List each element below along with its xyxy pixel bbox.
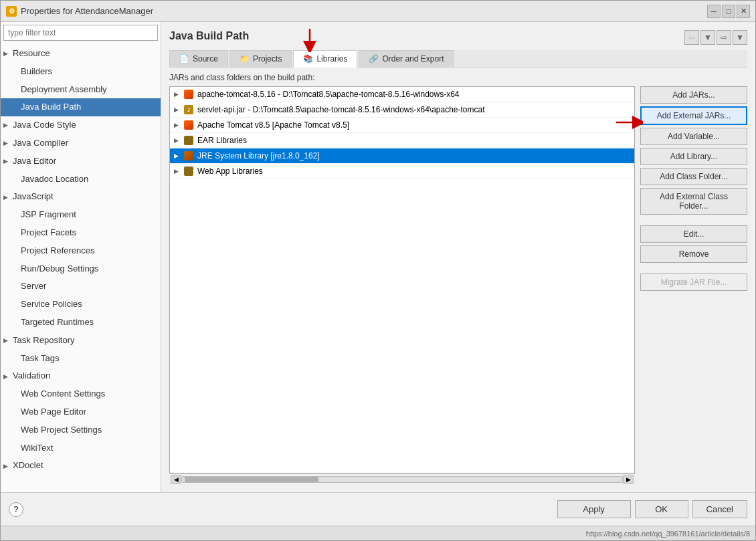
content-area: Java Build Path ⇦ ▼ ⇨ ▼ bbox=[161, 22, 755, 492]
horizontal-scrollbar[interactable]: ◀ ▶ bbox=[169, 473, 635, 484]
tab-projects-icon: 📁 bbox=[240, 54, 250, 64]
sidebar-item-targeted-runtimes[interactable]: Targeted Runtimes bbox=[1, 314, 161, 332]
sidebar-item-label: Task Tags bbox=[21, 352, 60, 366]
sidebar-item-server[interactable]: Server bbox=[1, 278, 161, 296]
jar-chevron-icon: ▶ bbox=[174, 168, 181, 175]
maximize-button[interactable]: □ bbox=[722, 5, 735, 18]
nav-back-button[interactable]: ⇦ bbox=[684, 30, 699, 45]
main-area: ▶ Resource Builders Deployment Assembly … bbox=[1, 22, 755, 492]
sidebar-item-service-policies[interactable]: Service Policies bbox=[1, 296, 161, 314]
sidebar-item-task-repository[interactable]: ▶ Task Repository bbox=[1, 332, 161, 350]
status-url: https://blog.csdn.net/qq_39678161/articl… bbox=[586, 530, 750, 538]
sidebar-item-label: Project References bbox=[21, 244, 95, 258]
tab-source[interactable]: 📄 Source bbox=[169, 50, 228, 67]
jar-chevron-icon: ▶ bbox=[174, 152, 181, 159]
tab-order-export[interactable]: 🔗 Order and Export bbox=[359, 50, 454, 67]
jar-ear-icon bbox=[183, 135, 194, 146]
tab-source-icon: 📄 bbox=[179, 54, 189, 64]
add-class-folder-button[interactable]: Add Class Folder... bbox=[640, 168, 747, 185]
jars-container: ▶ apache-tomcat-8.5.16 - D:\Tomcat8.5\ap… bbox=[169, 86, 635, 484]
jar-chevron-icon: ▶ bbox=[174, 122, 181, 128]
close-button[interactable]: ✕ bbox=[737, 5, 750, 18]
sidebar-list: ▶ Resource Builders Deployment Assembly … bbox=[1, 43, 161, 492]
sidebar-item-javadoc-location[interactable]: Javadoc Location bbox=[1, 171, 161, 189]
sidebar-item-web-page-editor[interactable]: Web Page Editor bbox=[1, 403, 161, 421]
ok-button[interactable]: OK bbox=[635, 500, 688, 518]
main-window: ⚙ Properties for AttendanceManager ─ □ ✕… bbox=[0, 0, 756, 541]
sidebar-item-label: Server bbox=[21, 280, 46, 294]
jar-item-apache-tomcat-lib[interactable]: ▶ Apache Tomcat v8.5 [Apache Tomcat v8.5… bbox=[170, 118, 634, 133]
sidebar-item-resource[interactable]: ▶ Resource bbox=[1, 45, 161, 63]
jar-item-web-app-lib[interactable]: ▶ Web App Libraries bbox=[170, 164, 634, 179]
add-variable-button[interactable]: Add Variable... bbox=[640, 128, 747, 145]
sidebar-item-task-tags[interactable]: Task Tags bbox=[1, 350, 161, 368]
content-header: Java Build Path ⇦ ▼ ⇨ ▼ bbox=[169, 30, 747, 45]
window-title: Properties for AttendanceManager bbox=[21, 6, 153, 16]
remove-button[interactable]: Remove bbox=[640, 245, 747, 263]
add-jars-button[interactable]: Add JARs... bbox=[640, 86, 747, 104]
sidebar-item-deployment-assembly[interactable]: Deployment Assembly bbox=[1, 81, 161, 99]
sidebar-item-label: JavaScript bbox=[13, 190, 54, 204]
sidebar-item-web-content-settings[interactable]: Web Content Settings bbox=[1, 385, 161, 403]
sidebar-item-run-debug-settings[interactable]: Run/Debug Settings bbox=[1, 260, 161, 278]
sidebar-item-project-facets[interactable]: Project Facets bbox=[1, 224, 161, 242]
sidebar-item-label: Deployment Assembly bbox=[21, 83, 107, 97]
sidebar-item-xdoclet[interactable]: ▶ XDoclet bbox=[1, 457, 161, 475]
sidebar-item-java-editor[interactable]: ▶ Java Editor bbox=[1, 152, 161, 171]
tab-libraries[interactable]: 📚 Libraries bbox=[293, 50, 357, 68]
sidebar-item-java-build-path[interactable]: Java Build Path bbox=[1, 98, 161, 116]
sidebar-item-wikitext[interactable]: WikiText bbox=[1, 439, 161, 457]
build-path-content: ▶ apache-tomcat-8.5.16 - D:\Tomcat8.5\ap… bbox=[169, 86, 747, 484]
minimize-button[interactable]: ─ bbox=[707, 5, 721, 18]
filter-input[interactable] bbox=[3, 25, 158, 41]
scroll-track[interactable] bbox=[181, 476, 623, 483]
chevron-icon: ▶ bbox=[3, 156, 10, 166]
window-icon: ⚙ bbox=[6, 6, 17, 17]
jar-item-ear-libraries[interactable]: ▶ EAR Libraries bbox=[170, 133, 634, 148]
sidebar-item-project-references[interactable]: Project References bbox=[1, 242, 161, 260]
jar-apache-icon bbox=[183, 120, 194, 130]
buttons-panel: Add JARs... Add External JARs... Add Var… bbox=[640, 86, 747, 484]
sidebar-item-validation[interactable]: ▶ Validation bbox=[1, 367, 161, 385]
tab-projects[interactable]: 📁 Projects bbox=[229, 50, 292, 67]
apply-button[interactable]: Apply bbox=[557, 500, 631, 518]
scroll-thumb[interactable] bbox=[185, 477, 318, 482]
sidebar-item-java-compiler[interactable]: ▶ Java Compiler bbox=[1, 134, 161, 152]
nav-forward-button[interactable]: ⇨ bbox=[717, 30, 731, 45]
jar-chevron-icon: ▶ bbox=[174, 91, 181, 98]
scroll-left-button[interactable]: ◀ bbox=[171, 475, 181, 484]
chevron-icon: ▶ bbox=[3, 372, 10, 381]
jar-jre-icon bbox=[183, 150, 194, 161]
jre-icon bbox=[184, 151, 193, 160]
sidebar-item-javascript[interactable]: ▶ JavaScript bbox=[1, 188, 161, 206]
footer: ? Apply OK Cancel bbox=[1, 492, 755, 526]
sidebar-item-web-project-settings[interactable]: Web Project Settings bbox=[1, 421, 161, 439]
add-external-class-folder-button[interactable]: Add External Class Folder... bbox=[640, 188, 747, 215]
jar-item-servlet[interactable]: ▶ J servlet-api.jar - D:\Tomcat8.5\apach… bbox=[170, 102, 634, 118]
migrate-jar-button[interactable]: Migrate JAR File... bbox=[640, 274, 747, 291]
title-bar-left: ⚙ Properties for AttendanceManager bbox=[6, 6, 153, 17]
jar-webapp-icon bbox=[183, 166, 194, 177]
sidebar-item-builders[interactable]: Builders bbox=[1, 63, 161, 81]
cancel-button[interactable]: Cancel bbox=[692, 500, 747, 518]
jar-chevron-icon: ▶ bbox=[174, 137, 181, 144]
tabs-container: 📄 Source 📁 Projects 📚 Libraries 🔗 bbox=[169, 50, 747, 73]
sidebar-item-label: Task Repository bbox=[13, 334, 74, 348]
scroll-right-button[interactable]: ▶ bbox=[623, 475, 634, 484]
jar-item-tomcat[interactable]: ▶ apache-tomcat-8.5.16 - D:\Tomcat8.5\ap… bbox=[170, 87, 634, 102]
nav-forward-dropdown-button[interactable]: ▼ bbox=[733, 30, 747, 45]
add-external-jars-button[interactable]: Add External JARs... bbox=[640, 106, 747, 125]
add-library-button[interactable]: Add Library... bbox=[640, 148, 747, 165]
sidebar-item-label: Web Page Editor bbox=[21, 405, 86, 419]
jar-item-jre-system[interactable]: ▶ JRE System Library [jre1.8.0_162] bbox=[170, 148, 634, 164]
status-bar: https://blog.csdn.net/qq_39678161/articl… bbox=[1, 526, 755, 540]
sidebar-item-label: Targeted Runtimes bbox=[21, 316, 94, 330]
ear-icon bbox=[184, 136, 193, 145]
chevron-icon: ▶ bbox=[3, 120, 10, 130]
jar-label: Web App Libraries bbox=[197, 167, 263, 176]
sidebar-item-java-code-style[interactable]: ▶ Java Code Style bbox=[1, 116, 161, 134]
nav-dropdown-button[interactable]: ▼ bbox=[700, 30, 715, 45]
sidebar-item-jsp-fragment[interactable]: JSP Fragment bbox=[1, 206, 161, 224]
help-button[interactable]: ? bbox=[9, 502, 23, 517]
edit-button[interactable]: Edit... bbox=[640, 225, 747, 243]
